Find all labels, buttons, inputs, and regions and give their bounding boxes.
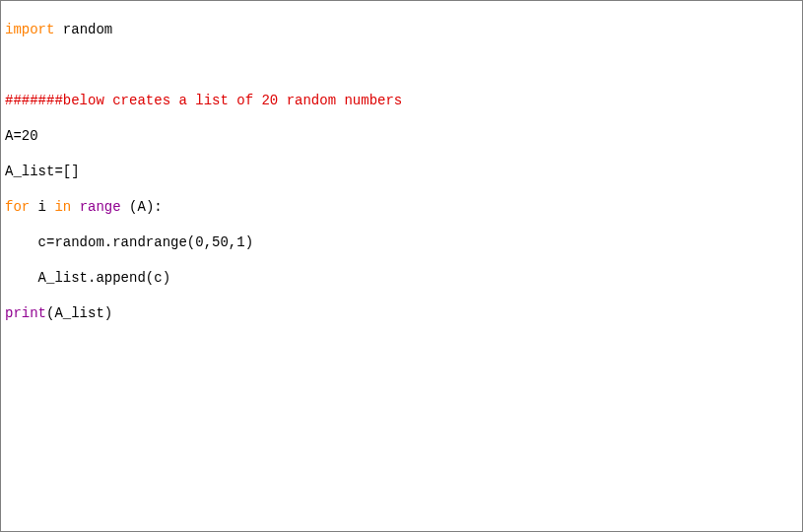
keyword-in: in bbox=[54, 199, 71, 215]
code-text: (A_list) bbox=[46, 305, 112, 321]
code-line[interactable]: #######below creates a list of 20 random… bbox=[5, 92, 798, 109]
code-line[interactable] bbox=[5, 375, 798, 393]
code-line[interactable]: print(A_list) bbox=[5, 304, 798, 322]
code-editor[interactable]: import random #######below creates a lis… bbox=[0, 0, 803, 532]
code-line[interactable] bbox=[5, 517, 798, 532]
code-line[interactable]: import random bbox=[5, 21, 798, 38]
code-text: (A): bbox=[121, 199, 163, 215]
module-name: random bbox=[54, 22, 112, 37]
keyword-import: import bbox=[5, 22, 54, 37]
code-text: A_list=[] bbox=[5, 164, 80, 179]
code-line[interactable]: A_list.append(c) bbox=[5, 269, 798, 287]
code-line[interactable] bbox=[5, 411, 798, 429]
keyword-for: for bbox=[5, 199, 30, 215]
builtin-range: range bbox=[71, 199, 120, 215]
code-text: i bbox=[30, 199, 54, 215]
code-text: A=20 bbox=[5, 128, 38, 144]
code-line[interactable]: for i in range (A): bbox=[5, 198, 798, 216]
code-line[interactable]: A=20 bbox=[5, 127, 798, 145]
code-line[interactable] bbox=[5, 482, 798, 499]
code-line[interactable]: A_list=[] bbox=[5, 163, 798, 180]
code-line[interactable] bbox=[5, 56, 798, 74]
code-text: A_list.append(c) bbox=[5, 270, 170, 286]
code-line[interactable] bbox=[5, 446, 798, 464]
code-line[interactable] bbox=[5, 340, 798, 358]
code-text: c=random.randrange(0,50,1) bbox=[5, 234, 253, 250]
builtin-print: print bbox=[5, 305, 46, 321]
code-line[interactable]: c=random.randrange(0,50,1) bbox=[5, 233, 798, 251]
comment: #######below creates a list of 20 random… bbox=[5, 93, 402, 108]
